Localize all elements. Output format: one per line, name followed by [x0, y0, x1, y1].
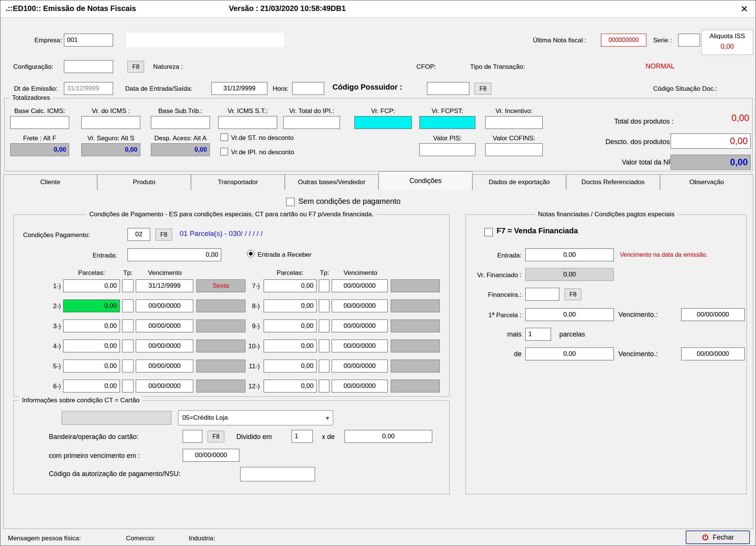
vencimento2-input[interactable]: 00/00/0000 — [681, 347, 745, 360]
parcela-tp-input[interactable] — [122, 320, 134, 332]
parcela-valor-input[interactable]: 0,00 — [264, 380, 317, 392]
total-produtos-label: Total dos produtos : — [564, 118, 674, 126]
parcela-venc-input[interactable]: 00/00/0000 — [332, 380, 388, 392]
parcelas-suffix-label: parcelas — [559, 330, 585, 338]
parcela-venc-input[interactable]: 00/00/0000 — [332, 340, 388, 352]
primeiro-venc-input[interactable]: 00/00/0000 — [183, 449, 239, 462]
configuracao-input[interactable] — [64, 60, 113, 73]
base-calc-icms-input[interactable] — [10, 116, 69, 129]
tab-cliente[interactable]: Cliente — [3, 174, 97, 190]
fechar-button[interactable]: Fechar — [686, 530, 750, 544]
parcela-valor-input[interactable]: 0,00 — [63, 380, 120, 392]
financeira-f8-button[interactable]: F8 — [565, 289, 581, 300]
data-entrada-saida-input[interactable]: 31/12/9999 — [211, 82, 267, 95]
de-valor-input[interactable]: 0,00 — [525, 347, 614, 360]
valor-cofins-input[interactable] — [485, 143, 543, 156]
parcela-tp-input[interactable] — [319, 340, 329, 352]
empresa-input[interactable]: 001 — [64, 34, 113, 47]
parcela-tp-input[interactable] — [122, 279, 134, 292]
parcela-tp-input[interactable] — [122, 360, 134, 372]
descto-produtos-input[interactable]: 0,00 — [671, 133, 751, 149]
fin-entrada-input[interactable]: 0,00 — [525, 248, 614, 261]
parcela1-input[interactable]: 0,00 — [525, 308, 614, 321]
parcela-valor-input[interactable]: 0,00 — [264, 299, 317, 312]
vr-st-desconto-checkbox[interactable] — [220, 133, 228, 141]
vr-fcp-input[interactable] — [354, 116, 412, 129]
bandeira-f8-button[interactable]: F8 — [208, 431, 224, 442]
parcela-dia-display — [196, 360, 245, 372]
tab-observacao[interactable]: Observação — [660, 174, 753, 190]
parcela-valor-input[interactable]: 0,00 — [63, 360, 120, 372]
vr-total-ipi-input[interactable] — [283, 116, 340, 129]
vr-icms-st-input[interactable] — [218, 116, 277, 129]
parcela-venc-input[interactable]: 00/00/0000 — [332, 360, 388, 372]
parcela-valor-input-focused[interactable]: 0,00 — [63, 299, 120, 312]
codigo-possuidor-input[interactable] — [427, 82, 469, 95]
sem-condicoes-checkbox[interactable] — [286, 198, 295, 206]
parcela-dia-display — [391, 360, 440, 372]
parcela-venc-input[interactable]: 31/12/9999 — [136, 279, 193, 292]
vr-icms-input[interactable] — [81, 116, 140, 129]
parcela-valor-input[interactable]: 0,00 — [264, 340, 317, 352]
configuracao-f8-button[interactable]: F8 — [127, 61, 144, 73]
parcela-valor-input[interactable]: 0,00 — [63, 279, 120, 292]
tab-produto[interactable]: Produto — [97, 174, 191, 190]
parcela-tp-input[interactable] — [319, 380, 329, 392]
vr-incentivo-input[interactable] — [485, 116, 543, 129]
parcela-tp-input[interactable] — [319, 299, 329, 312]
entrada-input[interactable]: 0,00 — [127, 248, 221, 261]
parcela-tp-input[interactable] — [319, 279, 329, 292]
condicoes-pagamento-input[interactable]: 02 — [127, 228, 150, 241]
parcela-valor-input[interactable]: 0,00 — [264, 360, 317, 372]
parcela1-label: 1ª Parcela : — [478, 311, 522, 319]
financeira-input[interactable] — [525, 288, 559, 301]
tab-condicoes[interactable]: Condições — [379, 171, 472, 190]
parcela-venc-input[interactable]: 00/00/0000 — [332, 299, 388, 312]
parcela-tp-input[interactable] — [122, 380, 134, 392]
col-vencimento-right: Vencimento — [332, 269, 389, 277]
tab-outras-bases-vendedor[interactable]: Outras bases/Vendedor — [285, 174, 379, 190]
vr-fcpst-input[interactable] — [419, 116, 475, 129]
cartao-tipo-dropdown[interactable]: 05=Crédito Loja ▾ — [178, 410, 333, 425]
parcela-tp-input[interactable] — [319, 360, 329, 372]
valor-pis-input[interactable] — [419, 143, 475, 156]
serie-input[interactable] — [678, 34, 700, 47]
nsu-input[interactable] — [240, 467, 315, 481]
parcela-venc-input[interactable]: 00/00/0000 — [136, 380, 193, 392]
xde-input[interactable]: 0,00 — [345, 430, 432, 443]
parcela-venc-input[interactable]: 00/00/0000 — [136, 299, 193, 312]
parcela-venc-input[interactable]: 00/00/0000 — [332, 320, 388, 332]
codigo-possuidor-f8-button[interactable]: F8 — [475, 83, 491, 95]
parcela-valor-input[interactable]: 0,00 — [264, 279, 317, 292]
parcela-venc-input[interactable]: 00/00/0000 — [332, 279, 388, 292]
bandeira-input[interactable] — [183, 430, 202, 443]
parcela-venc-input[interactable]: 00/00/0000 — [136, 340, 193, 352]
ultima-nota-display: 000000000 — [601, 34, 646, 47]
col-vencimento-left: Vencimento — [136, 269, 194, 277]
parcela-valor-input[interactable]: 0,00 — [63, 320, 120, 332]
condicoes-pagamento-f8-button[interactable]: F8 — [155, 229, 172, 240]
parcela-valor-input[interactable]: 0,00 — [63, 340, 120, 352]
tab-transportador[interactable]: Transportador — [191, 174, 285, 190]
f7-venda-financiada-checkbox[interactable] — [484, 228, 493, 236]
parcela-venc-input[interactable]: 00/00/0000 — [136, 360, 193, 372]
dividido-input[interactable]: 1 — [292, 430, 313, 443]
vencimento1-input[interactable]: 00/00/0000 — [681, 308, 745, 321]
parcela-tp-input[interactable] — [319, 320, 329, 332]
mais-parcelas-input[interactable]: 1 — [525, 328, 551, 341]
parcela-venc-input[interactable]: 00/00/0000 — [136, 320, 193, 332]
parcela-tp-input[interactable] — [122, 299, 134, 312]
base-sub-trib-input[interactable] — [151, 116, 210, 129]
parcela-tp-input[interactable] — [122, 340, 134, 352]
hora-input[interactable] — [292, 82, 324, 95]
vr-icms-label: Vr. do ICMS : — [81, 107, 140, 115]
window-title: .::ED100:: Emissão de Notas Fiscais — [6, 5, 136, 12]
valor-total-nf-display: 0,00 — [671, 155, 751, 170]
sem-condicoes-label: Sem condições de pagamento — [298, 197, 401, 205]
tab-dados-exportacao[interactable]: Dados de exportação — [472, 174, 566, 190]
tab-doctos-referenciados[interactable]: Doctos Referenciados — [566, 174, 660, 190]
entrada-receber-radio[interactable] — [247, 250, 255, 257]
parcela-valor-input[interactable]: 0,00 — [264, 320, 317, 332]
close-icon[interactable]: ✕ — [736, 3, 752, 16]
vr-ipi-desconto-checkbox[interactable] — [220, 148, 228, 155]
